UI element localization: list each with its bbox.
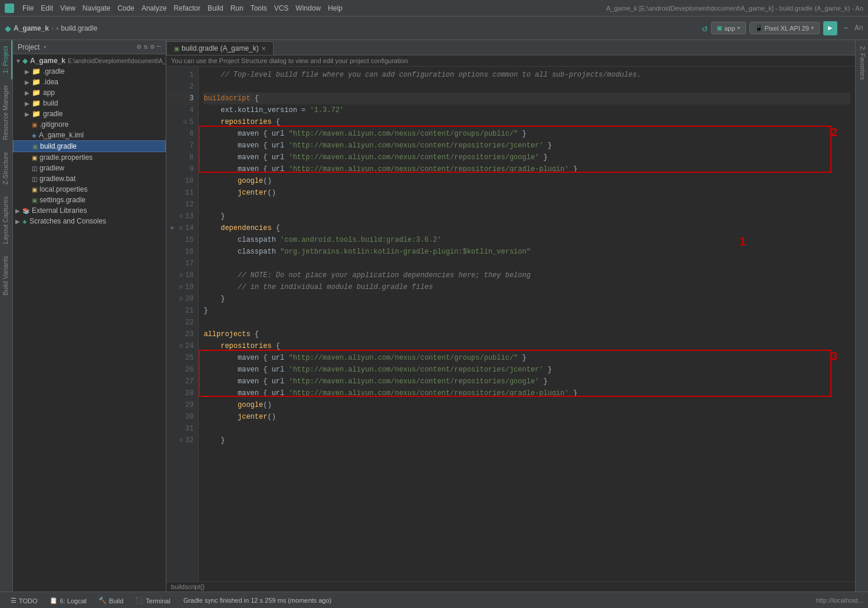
settings-icon[interactable]: ⚙ xyxy=(150,42,154,51)
toolbar-breadcrumb: ◆ A_game_k › ▪ build.gradle xyxy=(5,24,97,33)
editor-tab-build-gradle[interactable]: ▣ build.gradle (A_game_k) ✕ xyxy=(166,41,274,55)
run-config-btn[interactable]: ▣ app ▾ xyxy=(711,22,745,34)
menu-build[interactable]: Build xyxy=(204,3,227,14)
main-area: 1: Project Resource Manager Z-Structure … xyxy=(0,40,868,591)
side-tab-structure[interactable]: Z-Structure xyxy=(0,146,12,190)
code-content[interactable]: // Top-level build file where you can ad… xyxy=(199,67,855,581)
code-line-31 xyxy=(203,423,850,435)
code-line-32: } xyxy=(203,435,850,446)
list-icon: ☰ xyxy=(11,597,17,604)
sidebar-dropdown-arrow[interactable]: ▾ xyxy=(43,44,47,51)
device-btn[interactable]: 📱 Pixel XL API 29 ▾ xyxy=(749,22,820,34)
minimize-icon[interactable]: — xyxy=(157,42,161,51)
ln-4: 4 xyxy=(169,104,193,116)
menu-tools[interactable]: Tools xyxy=(247,3,271,14)
menu-refactor[interactable]: Refactor xyxy=(170,3,204,14)
menu-help[interactable]: Help xyxy=(324,3,346,14)
tree-item-build[interactable]: ▶ 📁 build xyxy=(13,98,166,109)
code-line-21: } xyxy=(203,305,850,317)
tree-label-idea: .idea xyxy=(43,78,58,86)
code-comment: // in the individual module build.gradle… xyxy=(203,281,433,293)
menu-analyze[interactable]: Analyze xyxy=(138,3,170,14)
sidebar-actions: ⚙ ⇅ ⚙ — xyxy=(137,42,161,51)
side-tab-project[interactable]: 1: Project xyxy=(0,40,12,79)
menu-view[interactable]: View xyxy=(57,3,79,14)
code-normal2: { xyxy=(272,222,280,234)
tree-item-root[interactable]: ▼ ◆ A_game_k E:\androidDeveploment\docum… xyxy=(13,55,166,66)
side-tab-buildvar[interactable]: Build Variants xyxy=(0,250,12,301)
tree-item-idea[interactable]: ▶ 📁 .idea xyxy=(13,77,166,87)
bat-file-icon: ◫ xyxy=(32,176,37,182)
tree-arrow: ▶ xyxy=(25,111,32,117)
gear-icon[interactable]: ⚙ xyxy=(137,42,141,51)
ln-12: 12 xyxy=(169,199,193,211)
code-normal xyxy=(203,340,221,352)
tree-item-settings-gradle[interactable]: ▶ ▣ settings.gradle xyxy=(13,195,166,205)
code-line-23: allprojects { xyxy=(203,328,850,340)
code-str: 'http://maven.aliyun.com/nexus/content/r… xyxy=(288,163,568,175)
build-icon: 🔨 xyxy=(98,597,107,604)
sort-icon[interactable]: ⇅ xyxy=(143,42,147,51)
menu-vcs[interactable]: VCS xyxy=(271,3,292,14)
code-line-30: jcenter() xyxy=(203,411,850,423)
tree-item-scratches[interactable]: ▶ ◈ Scratches and Consoles xyxy=(13,216,166,226)
run-config-label: app xyxy=(724,25,735,32)
sync-icon[interactable]: ↺ xyxy=(702,22,708,34)
status-tab-terminal[interactable]: ⬛ Terminal xyxy=(129,594,176,606)
code-line-13: } xyxy=(203,211,850,222)
menu-run[interactable]: Run xyxy=(227,3,247,14)
gradlew-file-icon: ◫ xyxy=(32,165,37,172)
run-button[interactable]: ▶ xyxy=(823,21,837,35)
code-line-20: } xyxy=(203,293,850,305)
tree-label-app: app xyxy=(43,88,55,97)
menu-file[interactable]: File xyxy=(19,3,37,14)
side-tab-resource[interactable]: Resource Manager xyxy=(0,79,12,146)
breadcrumb-file[interactable]: build.gradle xyxy=(61,24,97,32)
folder-icon-app: 📁 xyxy=(32,88,41,97)
code-line-2 xyxy=(203,81,850,93)
menu-navigate[interactable]: Navigate xyxy=(79,3,114,14)
code-editor[interactable]: 1 2 3 4 ◎5 6 7 8 9 10 11 12 ◎13 ▶◎14 15 … xyxy=(166,67,855,581)
tree-item-gradle-props[interactable]: ▶ ▣ gradle.properties xyxy=(13,152,166,163)
code-line-19: // in the individual module build.gradle… xyxy=(203,281,850,293)
tree-item-iml[interactable]: ▶ ◈ A_game_k.iml xyxy=(13,130,166,140)
menu-window[interactable]: Window xyxy=(292,3,324,14)
ln-26: 26 xyxy=(169,364,193,376)
code-line-26: maven { url 'http://maven.aliyun.com/nex… xyxy=(203,364,850,376)
code-line-27: maven { url 'http://maven.aliyun.com/nex… xyxy=(203,376,850,387)
folder-icon: 📁 xyxy=(32,67,41,75)
menu-bar: File Edit View Navigate Code Analyze Ref… xyxy=(0,0,868,17)
tree-item-gradlew[interactable]: ▶ ◫ gradlew xyxy=(13,163,166,173)
tree-item-gradle-hidden[interactable]: ▶ 📁 .gradle xyxy=(13,66,166,77)
status-tab-todo[interactable]: ☰ TODO xyxy=(5,594,44,606)
tree-item-ext-libs[interactable]: ▶ 📚 External Libraries xyxy=(13,205,166,216)
ln-7: 7 xyxy=(169,140,193,152)
tree-item-build-gradle[interactable]: ▶ ▣ build.gradle xyxy=(13,140,166,152)
tree-item-gradle-folder[interactable]: ▶ 📁 gradle xyxy=(13,109,166,119)
code-line-22 xyxy=(203,317,850,328)
breadcrumb-project[interactable]: A_game_k xyxy=(14,24,49,32)
status-tab-logcat[interactable]: 📋 6: Logcat xyxy=(44,594,93,606)
tree-item-gradlew-bat[interactable]: ▶ ◫ gradlew.bat xyxy=(13,173,166,184)
ln-13: ◎13 xyxy=(169,211,193,222)
menu-code[interactable]: Code xyxy=(114,3,138,14)
tree-item-app[interactable]: ▶ 📁 app xyxy=(13,87,166,98)
phone-icon: 📱 xyxy=(755,24,763,32)
side-tab-favorites[interactable]: 2: Favorites xyxy=(856,40,868,86)
logcat-label: 6: Logcat xyxy=(60,597,87,604)
iml-file-icon: ◈ xyxy=(32,132,37,139)
tree-arrow: ▶ xyxy=(15,218,22,225)
tree-item-local-props[interactable]: ▶ ▣ local.properties xyxy=(13,184,166,195)
ln-31: 31 xyxy=(169,423,193,435)
ln-30: 30 xyxy=(169,411,193,423)
side-tab-layout[interactable]: Layout Captures xyxy=(0,190,12,250)
tree-label-build: build xyxy=(43,99,58,107)
ln-32: ◎32 xyxy=(169,435,193,446)
menu-edit[interactable]: Edit xyxy=(37,3,57,14)
status-tab-build[interactable]: 🔨 Build xyxy=(93,594,129,606)
code-kw: buildscript xyxy=(203,93,250,104)
code-normal: maven { url xyxy=(203,387,288,399)
tree-arrow: ▶ xyxy=(25,100,32,107)
tab-close-icon[interactable]: ✕ xyxy=(261,45,266,52)
tree-item-gitignore[interactable]: ▶ ▣ .gitignore xyxy=(13,119,166,130)
